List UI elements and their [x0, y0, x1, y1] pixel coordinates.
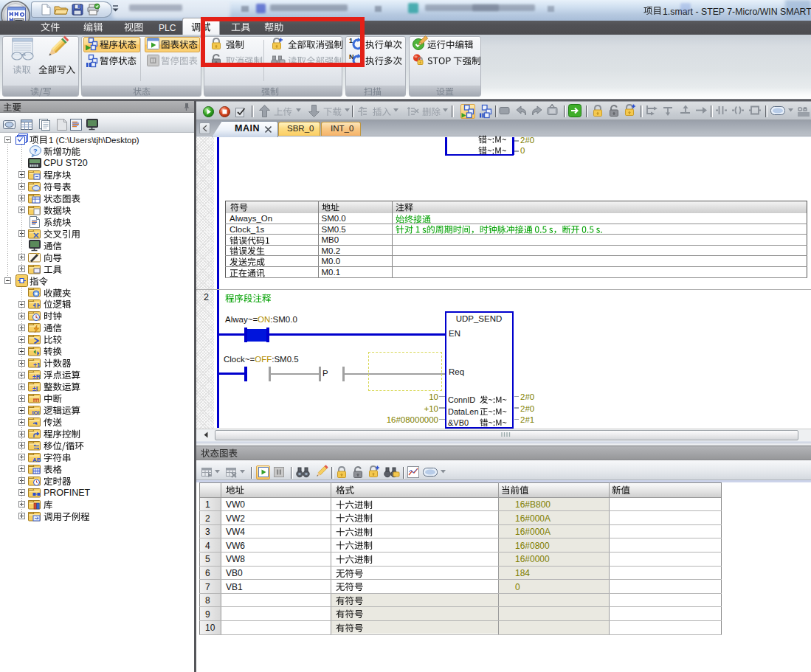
- svg-text:?: ?: [33, 147, 38, 154]
